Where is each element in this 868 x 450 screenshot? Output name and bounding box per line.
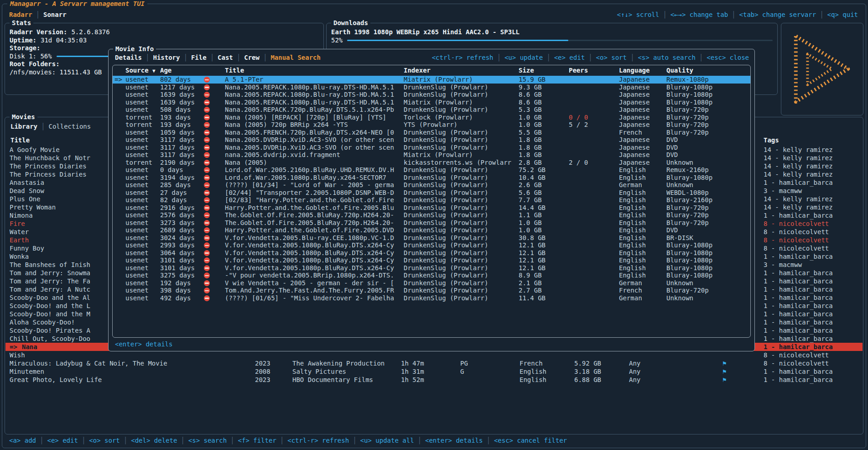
tab-sonarr[interactable]: Sonarr bbox=[43, 11, 67, 18]
size-cell: 5.5 GB bbox=[519, 129, 569, 136]
search-result-row[interactable]: usenet3275 days-"V pour vendetta.2005.BR… bbox=[113, 272, 750, 279]
search-result-row[interactable]: usenet2916 daysHarry.Potter.and.the.Gobl… bbox=[113, 204, 750, 212]
movie-row[interactable]: Great Photo, Lovely Life2023HBO Document… bbox=[5, 376, 863, 384]
title-column-header[interactable]: Title bbox=[225, 65, 404, 76]
no-entry-icon bbox=[204, 288, 210, 293]
search-result-row[interactable]: usenet2993 daysV.for.Vendetta.2005.1080p… bbox=[113, 241, 750, 249]
movie-info-tab-file[interactable]: File bbox=[191, 54, 207, 61]
size-column-header[interactable]: Size bbox=[519, 65, 569, 76]
search-result-row[interactable]: usenet3064 daysV.for.Vendetta.2005.1080p… bbox=[113, 249, 750, 257]
size-cell: 12.1 GB bbox=[519, 241, 569, 249]
search-result-row[interactable]: usenet1059 daysNana.2005.FRENCH.720p.Blu… bbox=[113, 129, 750, 136]
search-result-row[interactable]: usenet0 daysLord.of.War.2005.2160p.BluRa… bbox=[113, 166, 750, 174]
tab-separator: │ bbox=[37, 123, 48, 130]
tab-library[interactable]: Library bbox=[10, 123, 37, 130]
tab-separator: │ bbox=[233, 54, 244, 61]
monitored-flag-icon: ⚑ bbox=[722, 376, 726, 384]
rejection-cell bbox=[198, 219, 225, 227]
search-result-row[interactable]: usenet3101 daysV.for.Vendetta.2005.1080p… bbox=[113, 264, 750, 272]
movie-profile-cell: Any bbox=[629, 376, 640, 384]
search-result-row[interactable]: usenet27 days[02/44] "Transporter 2.2005… bbox=[113, 189, 750, 197]
indexer-column-header[interactable]: Indexer bbox=[404, 65, 519, 76]
age-column-header[interactable]: Age bbox=[160, 65, 198, 76]
source-cell: torrent bbox=[125, 121, 160, 129]
search-result-row[interactable]: usenet2689 daysHarry.Potter.and.the.Gobl… bbox=[113, 226, 750, 234]
search-result-row[interactable]: usenet3101 daysV.for.Vendetta.2005.1080p… bbox=[113, 256, 750, 264]
source-cell: usenet bbox=[125, 144, 160, 152]
movie-title-cell: Fire bbox=[10, 220, 25, 228]
quality-cell: Bluray-720p bbox=[666, 287, 748, 294]
search-result-row[interactable]: usenet3117 daysNana.2005.DVDRip.XviD.AC3… bbox=[113, 144, 750, 152]
movie-tag-cell: 1 - hamilcar_barca bbox=[764, 335, 833, 343]
tab-radarr[interactable]: Radarr bbox=[9, 11, 32, 18]
search-result-row[interactable]: usenet398 daysTom.And.Jerry.The.Fast.And… bbox=[113, 287, 750, 294]
rejection-cell bbox=[198, 91, 225, 99]
keybind-hint-s-search: <s> search bbox=[188, 437, 227, 444]
search-result-row[interactable]: usenet1639 daysNana.2005.REPACK.1080p.Bl… bbox=[113, 99, 750, 106]
age-cell: 3117 days bbox=[160, 144, 198, 152]
movie-tag-cell: 14 - kelly ramirez bbox=[764, 195, 833, 203]
tab-collections[interactable]: Collections bbox=[48, 123, 91, 130]
movie-info-tab-bar: Details│History│File│Cast│Crew│Manual Se… bbox=[115, 54, 321, 61]
search-result-row[interactable]: usenet3273 daysThe.Goblet.Of.Fire.2005.B… bbox=[113, 219, 750, 227]
search-result-row[interactable]: usenet508 daysNana.2005.REPACK.720p.BluR… bbox=[113, 106, 750, 114]
movie-title-cell: Plus One bbox=[10, 195, 40, 203]
language-cell: English bbox=[619, 234, 666, 242]
search-result-row[interactable]: torrent193 daysNana (2005) [REPACK] [720… bbox=[113, 114, 750, 121]
search-result-row[interactable]: usenet3024 daysV.for.Vendetta.2005.Blu-r… bbox=[113, 234, 750, 242]
movie-info-tab-history[interactable]: History bbox=[153, 54, 180, 61]
movie-info-tab-details[interactable]: Details bbox=[115, 54, 142, 61]
search-result-row[interactable]: torrent193 daysNana (2005) 720p BRRip x2… bbox=[113, 121, 750, 129]
no-entry-icon bbox=[204, 265, 210, 271]
indexer-cell: DrunkenSlug (Prowlarr) bbox=[404, 144, 519, 152]
age-cell: 3275 days bbox=[160, 272, 198, 279]
peers-column-header[interactable]: Peers bbox=[569, 65, 619, 76]
footer-keybinds: <a> add│<e> edit│<o> sort│<del> delete│<… bbox=[9, 437, 567, 444]
search-result-row[interactable]: =>usenet802 daysA 5.1-PTerMiatrix (Prowl… bbox=[113, 76, 750, 84]
search-result-row[interactable]: usenet192 daysV wie Vendetta - 2005 - ge… bbox=[113, 279, 750, 287]
keybind-hint-esc-cancel-filter: <esc> cancel filter bbox=[494, 437, 567, 444]
movie-row[interactable]: Miraculous: Ladybug & Cat Noir, The Movi… bbox=[5, 359, 863, 367]
movie-year-cell: 2023 bbox=[255, 359, 270, 367]
search-result-row[interactable]: usenet285 days(????) [01/34] - "Lord of … bbox=[113, 181, 750, 189]
keybind-hint-o-sort: <o> sort bbox=[596, 54, 627, 61]
language-cell: English bbox=[619, 256, 666, 264]
manual-search-table-header: Source ▼ Age Title Indexer Size Peers La… bbox=[113, 65, 750, 76]
quality-cell: Unknown bbox=[666, 159, 748, 167]
language-cell: Japanese bbox=[619, 114, 666, 121]
movie-studio-cell: The Awakening Production bbox=[292, 359, 385, 367]
peers-cell bbox=[569, 226, 619, 234]
version-value: 5.2.6.8376 bbox=[71, 28, 109, 37]
movie-row[interactable]: Wish8 - nicolecolvett bbox=[5, 351, 863, 359]
movie-row[interactable]: Minutemen2008Salty Pictures1h 31mGEnglis… bbox=[5, 367, 863, 376]
peers-cell bbox=[569, 181, 619, 189]
tab-separator: │ bbox=[260, 54, 270, 61]
language-cell: English bbox=[619, 264, 666, 272]
source-column-header[interactable]: Source ▼ bbox=[125, 65, 160, 76]
movie-info-tab-crew[interactable]: Crew bbox=[244, 54, 260, 61]
indexer-cell: DrunkenSlug (Prowlarr) bbox=[404, 241, 519, 249]
selection-arrow bbox=[114, 241, 125, 249]
no-entry-icon bbox=[204, 175, 210, 181]
movie-info-tab-cast[interactable]: Cast bbox=[218, 54, 233, 61]
source-cell: usenet bbox=[125, 166, 160, 174]
search-result-row[interactable]: torrent2190 daysNana (2005)kickasstorren… bbox=[113, 159, 750, 167]
search-result-row[interactable]: usenet1217 daysNana.2005.REPACK.1080p.Bl… bbox=[113, 84, 750, 91]
movie-info-tab-manual-search[interactable]: Manual Search bbox=[270, 54, 321, 61]
search-result-row[interactable]: usenet3117 daysNana.2005.DVDRip.XviD.AC3… bbox=[113, 136, 750, 144]
quality-column-header[interactable]: Quality bbox=[666, 65, 748, 76]
peers-cell bbox=[569, 189, 619, 197]
peers-cell bbox=[569, 196, 619, 204]
selection-arrow bbox=[114, 174, 125, 182]
search-result-row[interactable]: usenet1639 daysNana.2005.REPACK.1080p.Bl… bbox=[113, 91, 750, 99]
rejection-cell bbox=[198, 99, 225, 106]
stats-panel-title: Stats bbox=[10, 19, 33, 27]
search-result-row[interactable]: usenet492 days(????) [01/65] - "Miss Und… bbox=[113, 294, 750, 302]
search-result-row[interactable]: usenet3117 daysnana.2005.dvdrip.xvid.fra… bbox=[113, 151, 750, 159]
search-result-row[interactable]: usenet3194 daysLord.of.War.2005.1080p.Bl… bbox=[113, 174, 750, 182]
movie-tag-cell: 8 - nicolecolvett bbox=[764, 220, 829, 228]
language-column-header[interactable]: Language bbox=[619, 65, 666, 76]
search-result-row[interactable]: usenet82 days[02/83] "Harry.Potter.and.t… bbox=[113, 196, 750, 204]
movie-rating-cell: PG bbox=[460, 359, 468, 367]
search-result-row[interactable]: usenet2576 daysThe.Goblet.Of.Fire.2005.B… bbox=[113, 211, 750, 219]
